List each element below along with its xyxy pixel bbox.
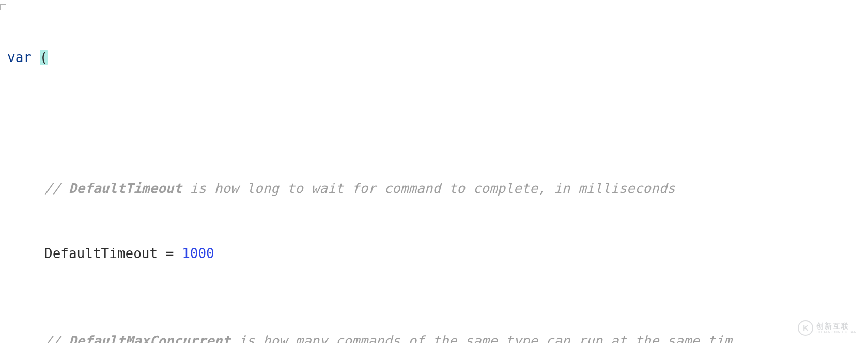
fold-start-icon[interactable] — [0, 4, 6, 10]
watermark-text-cn: 创新互联 — [816, 322, 857, 330]
code-editor[interactable]: var ( // DefaultTimeout is how long to w… — [0, 0, 868, 343]
keyword-var: var — [7, 50, 32, 65]
open-paren: ( — [40, 50, 48, 65]
fold-gutter — [0, 0, 7, 343]
assign-default-timeout: DefaultTimeout = 1000 — [7, 243, 868, 264]
watermark-text-en: CHUANGXIN HULIAN — [816, 330, 857, 334]
var-block-body: // DefaultTimeout is how long to wait fo… — [7, 134, 868, 343]
code-block[interactable]: var ( // DefaultTimeout is how long to w… — [7, 3, 868, 343]
comment-default-timeout: // DefaultTimeout is how long to wait fo… — [7, 177, 868, 199]
line-var-open: var ( — [7, 47, 868, 68]
watermark: K 创新互联 CHUANGXIN HULIAN — [798, 320, 857, 336]
watermark-logo-icon: K — [798, 320, 813, 336]
comment-default-max-concurrent: // DefaultMaxConcurrent is how many comm… — [7, 330, 868, 343]
